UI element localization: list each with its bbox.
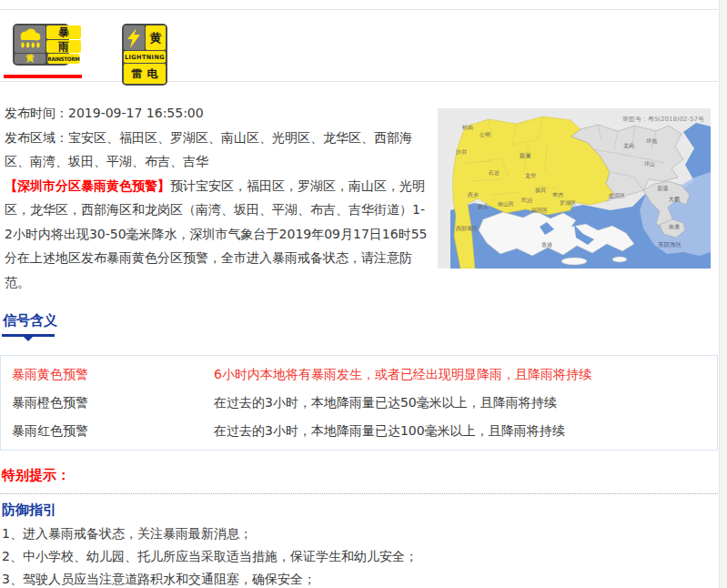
lightning-bolt-icon bbox=[124, 25, 145, 50]
tab-rainstorm-warning[interactable]: 暴 雨 黄 RAINSTORM bbox=[13, 24, 82, 78]
title-pointer-triangle bbox=[24, 337, 33, 341]
publish-time: 发布时间：2019-09-17 16:55:00 bbox=[5, 101, 429, 126]
map-label: 南山区 bbox=[498, 200, 514, 207]
lightning-yellow-warning-icon: 黄 LIGHTNING 雷电 bbox=[122, 24, 167, 86]
warning-body-text: 预计宝安区，福田区，罗湖区，南山区，光明区，龙华区，西部海区和龙岗区（南湾、坂田… bbox=[5, 178, 427, 289]
map-label: 龙华 bbox=[525, 172, 537, 178]
warning-tabs: 暴 雨 黄 RAINSTORM 黄 LIGHTNING 雷电 bbox=[0, 10, 718, 81]
map-label: 沙井 bbox=[455, 148, 468, 155]
list-item: 2、中小学校、幼儿园、托儿所应当采取适当措施，保证学生和幼儿安全； bbox=[2, 545, 718, 568]
map-label: 大鹏 bbox=[669, 196, 680, 202]
map-label: 坂田 bbox=[534, 187, 546, 194]
rain-cloud-icon bbox=[15, 25, 45, 53]
map-label: 东部海区 bbox=[658, 241, 682, 248]
map-label: 罗湖区 bbox=[560, 199, 576, 206]
signal-description: 在过去的3小时，本地降雨量已达100毫米以上，且降雨将持续 bbox=[214, 419, 717, 443]
table-row: 暴雨黄色预警 6小时内本地将有暴雨发生，或者已经出现明显降雨，且降雨将持续 bbox=[1, 360, 717, 389]
map-label: 民治 bbox=[521, 197, 532, 204]
publish-area: 发布区域：宝安区、福田区、罗湖区、南山区、光明区、龙华区、西部海区、南湾、坂田、… bbox=[5, 126, 429, 174]
signal-name: 暴雨红色预警 bbox=[1, 419, 214, 443]
list-item: 1、进入暴雨戒备状态，关注暴雨最新消息； bbox=[2, 522, 718, 545]
lightning-level-label: 黄 bbox=[146, 25, 166, 50]
map-label: 坪山 bbox=[644, 160, 655, 167]
map-label: 松岗 bbox=[462, 124, 473, 131]
weather-warning-page: 暴 雨 黄 RAINSTORM 黄 LIGHTNING 雷电 bbox=[0, 0, 727, 588]
map-label: 南澳 bbox=[669, 223, 680, 230]
map-label: 葵涌 bbox=[657, 185, 668, 191]
map-label: 盐田区 bbox=[609, 192, 625, 199]
map-label: 石岩 bbox=[488, 169, 500, 177]
warning-headline: 【深圳市分区暴雨黄色预警】 bbox=[5, 178, 170, 193]
map-label: 观澜 bbox=[519, 152, 530, 159]
map-label: 香港 bbox=[541, 241, 552, 248]
signal-name: 暴雨黄色预警 bbox=[1, 362, 214, 387]
lightning-cn-label: 雷电 bbox=[124, 64, 166, 84]
warning-intro: 发布时间：2019-09-17 16:55:00 发布区域：宝安区、福田区、罗湖… bbox=[5, 101, 711, 294]
map-label: 龙岗 bbox=[623, 142, 634, 149]
map-label: 西乡 bbox=[468, 191, 479, 198]
map-label: 公明 bbox=[480, 131, 490, 137]
signal-meaning-table: 暴雨黄色预警 6小时内本地将有暴雨发生，或者已经出现明显降雨，且降雨将持续 暴雨… bbox=[0, 355, 718, 451]
active-tab-indicator bbox=[4, 75, 82, 78]
warning-text-block: 发布时间：2019-09-17 16:55:00 发布区域：宝安区、福田区、罗湖… bbox=[5, 101, 429, 294]
dotted-divider bbox=[0, 493, 718, 494]
special-note-title: 特别提示： bbox=[2, 467, 718, 484]
list-item: 3、驾驶人员应当注意道路积水和交通阻塞，确保安全； bbox=[2, 568, 718, 588]
header-divider bbox=[0, 81, 718, 82]
signal-meaning-title: 信号含义 bbox=[3, 312, 718, 329]
lightning-en-label: LIGHTNING bbox=[124, 51, 166, 63]
map-island bbox=[612, 257, 627, 262]
table-row: 暴雨橙色预警 在过去的3小时，本地降雨量已达50毫米以上，且降雨将持续 bbox=[1, 389, 717, 417]
tab-lightning-warning[interactable]: 黄 LIGHTNING 雷电 bbox=[122, 24, 167, 86]
signal-description: 6小时内本地将有暴雨发生，或者已经出现明显降雨，且降雨将持续 bbox=[214, 362, 717, 387]
map-label: 布吉 bbox=[552, 191, 564, 198]
map-island bbox=[561, 258, 587, 265]
map-label: 西部海区 bbox=[456, 225, 478, 232]
signal-name: 暴雨橙色预警 bbox=[1, 390, 214, 415]
map-label: 新安 bbox=[478, 203, 489, 209]
defense-guide-title: 防御指引 bbox=[2, 502, 718, 519]
defense-guide-list: 1、进入暴雨戒备状态，关注暴雨最新消息； 2、中小学校、幼儿园、托儿所应当采取适… bbox=[2, 522, 718, 588]
map-label: 坪地 bbox=[646, 137, 658, 144]
vertical-scrollbar[interactable] bbox=[719, 0, 727, 588]
rainstorm-char-1: 暴 bbox=[46, 25, 81, 39]
rainstorm-level-label: 黄 bbox=[15, 54, 45, 64]
rainstorm-char-2: 雨 bbox=[46, 40, 81, 53]
signal-description: 在过去的3小时，本地降雨量已达50毫米以上，且降雨将持续 bbox=[214, 390, 717, 415]
map-label: 福田区 bbox=[531, 207, 548, 214]
table-row: 暴雨红色预警 在过去的3小时，本地降雨量已达100毫米以上，且降雨将持续 bbox=[1, 417, 717, 445]
warning-detail: 【深圳市分区暴雨黄色预警】预计宝安区，福田区，罗湖区，南山区，光明区，龙华区，西… bbox=[5, 174, 429, 295]
main-content: 暴 雨 黄 RAINSTORM 黄 LIGHTNING 雷电 bbox=[0, 9, 718, 588]
rainstorm-en-label: RAINSTORM bbox=[48, 54, 80, 64]
map-approval-number: 审图号：粤S(2018)02-57号 bbox=[622, 116, 704, 123]
rainstorm-yellow-warning-icon: 暴 雨 黄 RAINSTORM bbox=[13, 24, 69, 66]
warning-area-map: 松岗 公明 沙井 石岩 观澜 龙华 坂田 民治 布吉 西乡 新安 南山区 福田区… bbox=[438, 108, 711, 269]
